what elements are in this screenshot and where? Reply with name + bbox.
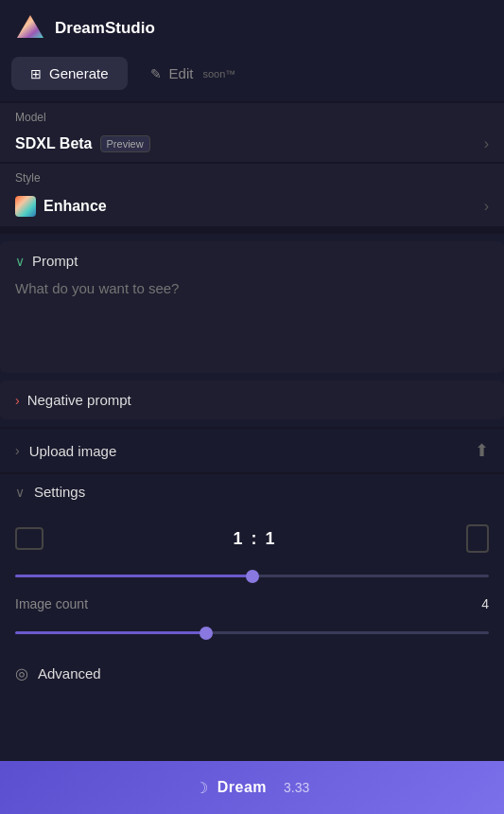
image-count-slider[interactable]	[15, 631, 489, 634]
tab-generate[interactable]: ⊞ Generate	[11, 57, 128, 90]
prompt-section: ∨ Prompt	[0, 241, 504, 373]
tab-edit-label: Edit	[169, 65, 194, 81]
style-value: Enhance	[15, 196, 484, 217]
style-chevron-icon: ›	[484, 198, 489, 215]
model-value: SDXL Beta Preview	[15, 135, 484, 152]
tab-generate-label: Generate	[49, 65, 109, 81]
settings-expand-icon: ∨	[15, 485, 25, 500]
settings-label: Settings	[34, 484, 85, 500]
style-icon	[15, 196, 36, 217]
prompt-header[interactable]: ∨ Prompt	[0, 241, 504, 276]
model-chevron-icon: ›	[484, 135, 489, 152]
upload-icon: ⬆	[475, 440, 489, 461]
image-count-row: Image count 4	[15, 596, 489, 611]
dream-button[interactable]: ☽ Dream 3.33	[0, 761, 504, 814]
image-count-label: Image count	[15, 596, 88, 611]
prompt-title: Prompt	[32, 253, 78, 269]
app-title: DreamStudio	[55, 19, 155, 38]
model-selector[interactable]: SDXL Beta Preview ›	[0, 126, 504, 162]
logo-icon	[15, 13, 45, 44]
model-name: SDXL Beta	[15, 135, 93, 152]
style-selector[interactable]: Enhance ›	[0, 186, 504, 226]
negative-prompt-section: › Negative prompt	[0, 380, 504, 419]
advanced-eye-icon: ◎	[15, 664, 28, 682]
negative-prompt-expand-icon: ›	[15, 393, 20, 408]
aspect-ratio-row: 1 : 1	[15, 524, 489, 553]
image-count-section: Image count 4	[0, 589, 504, 653]
prompt-expand-icon: ∨	[15, 254, 25, 269]
header: DreamStudio	[0, 0, 504, 57]
tab-edit[interactable]: ✎ Edit soon™	[131, 57, 255, 90]
aspect-ratio-value: 1 : 1	[233, 529, 276, 549]
style-label: Style	[0, 164, 504, 186]
upload-chevron-icon: ›	[15, 443, 20, 458]
negative-prompt-header[interactable]: › Negative prompt	[0, 380, 504, 419]
negative-prompt-title: Negative prompt	[27, 392, 131, 408]
model-label: Model	[0, 103, 504, 126]
edit-icon: ✎	[150, 66, 162, 81]
dream-label: Dream	[217, 779, 267, 796]
aspect-portrait-icon	[466, 524, 489, 553]
advanced-label: Advanced	[38, 665, 101, 681]
aspect-landscape-icon	[15, 527, 43, 550]
upload-image-row[interactable]: › Upload image ⬆	[0, 429, 504, 472]
aspect-ratio-slider[interactable]	[15, 575, 489, 577]
settings-row[interactable]: ∨ Settings	[0, 474, 504, 509]
generate-icon: ⊞	[30, 66, 42, 81]
style-name: Enhance	[43, 198, 107, 215]
model-badge: Preview	[100, 135, 150, 152]
prompt-input[interactable]	[0, 276, 504, 369]
upload-label: Upload image	[29, 443, 475, 459]
svg-marker-0	[17, 15, 43, 38]
dream-icon: ☽	[195, 779, 208, 797]
advanced-row[interactable]: ◎ Advanced	[0, 653, 504, 694]
dream-cost: 3.33	[284, 780, 309, 795]
aspect-ratio-section: 1 : 1	[0, 509, 504, 589]
tab-bar: ⊞ Generate ✎ Edit soon™	[0, 57, 504, 101]
tab-soon-label: soon™	[202, 68, 235, 80]
image-count-value: 4	[481, 596, 489, 611]
